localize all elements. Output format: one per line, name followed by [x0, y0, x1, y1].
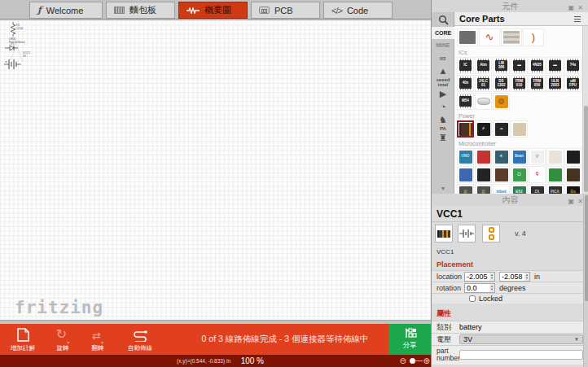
pcb-view-icon[interactable] [482, 225, 500, 242]
spin-arrows[interactable]: ▲▼ [524, 273, 529, 281]
bin-tab-core[interactable]: CORE [432, 27, 454, 39]
tab-code[interactable]: </> Code [323, 2, 393, 19]
part-striped-board-1[interactable]: ||| [457, 184, 474, 194]
part-zx[interactable]: ZX [529, 184, 546, 194]
part-nano[interactable] [457, 166, 474, 183]
bin-scrollbar-thumb[interactable] [584, 106, 588, 192]
part-mystery[interactable] [457, 28, 478, 46]
part-atmel[interactable]: Atm [475, 57, 492, 74]
rotation-spinbox[interactable]: ▲▼ [464, 283, 495, 293]
part-coin-cell[interactable] [511, 120, 528, 138]
part-ic[interactable]: IC [457, 57, 474, 74]
bin-tab-sparkfun[interactable]: ▲ [432, 64, 454, 77]
part-uln2003[interactable]: ULN 2003 [546, 75, 564, 92]
bin-menu-icon[interactable] [574, 16, 581, 22]
part-m54[interactable]: M54 [457, 93, 474, 110]
part-ruler[interactable] [501, 28, 522, 46]
zoom-in-icon[interactable]: ⊕ [423, 356, 430, 365]
spin-arrows[interactable]: ▲▼ [489, 284, 494, 292]
schematic-circuit[interactable]: R1 220Ω LED1 Red (633nm) VCC1 3V [3, 21, 41, 75]
part-dark-board[interactable] [475, 166, 492, 183]
part-umfpu[interactable]: uM FPU [564, 75, 581, 92]
tab-welcome[interactable]: ƒ Welcome [29, 2, 103, 19]
part-battery-9v[interactable]: ⚡ [475, 120, 492, 138]
family-row: 類別 battery [432, 321, 588, 333]
inspector-scrollbar-thumb[interactable] [585, 195, 588, 301]
part-go[interactable]: Go [564, 184, 581, 194]
rotation-input[interactable] [465, 284, 489, 292]
part-24lc01[interactable]: 24LC 01 [475, 75, 492, 92]
location-y-spinbox[interactable]: ▲▼ [499, 272, 530, 282]
part-black-board[interactable] [564, 148, 581, 165]
dock-float-icon[interactable]: ▣ [568, 195, 574, 208]
bin-tab-brand-circle[interactable]: ◔ [432, 100, 454, 113]
voltage-dropdown[interactable]: 3V ▼ [459, 334, 583, 344]
part-fram050[interactable]: FRM 050 [529, 75, 546, 92]
part-sparkcore[interactable]: ✳ [493, 148, 510, 165]
part-pinoccio[interactable]: ツ [529, 148, 546, 165]
part-wire[interactable]: ∿ [479, 28, 500, 46]
dock-close-icon[interactable]: ✕ [577, 195, 583, 208]
bin-tab-brand-play[interactable]: ▶ [432, 87, 454, 100]
bin-tab-mine[interactable]: MINE [432, 39, 454, 51]
zoom-out-icon[interactable]: ⊖ [400, 356, 406, 365]
part-battery-pack[interactable]: ☁ [493, 120, 510, 138]
right-dock-panel: 元件 ▣ ✕ COREMINE∞▲seeedintel▶◔♞PA♜ ▾ Core… [431, 0, 588, 367]
bin-tab-search[interactable] [432, 12, 454, 27]
part-lm386[interactable]: LM 386 [493, 57, 510, 74]
zoom-slider-handle[interactable] [410, 358, 415, 364]
part-74x[interactable]: 74x [564, 57, 581, 74]
part-esp-board[interactable] [564, 166, 581, 183]
part-green-board[interactable] [546, 166, 564, 183]
part-bendable-wire[interactable]: ) [523, 28, 544, 46]
part-arduino-uno[interactable]: UNO [457, 148, 474, 165]
schematic-view-icon[interactable] [458, 225, 476, 242]
part-brown-board[interactable] [493, 166, 510, 183]
part-mbed[interactable]: mbed [493, 184, 510, 194]
bin-tab-brand-animal[interactable]: ♞ [432, 113, 454, 126]
bin-tab-arduino[interactable]: ∞ [432, 51, 454, 64]
share-label: 分享 [403, 341, 417, 351]
part-redboard[interactable] [475, 148, 492, 165]
zoom-slider-track[interactable] [415, 360, 423, 361]
part-perfboard[interactable] [546, 148, 564, 165]
rotate-button[interactable]: ↻▾ 旋轉 [46, 327, 79, 352]
part-ds1302[interactable]: DS 1302 [493, 75, 510, 92]
part-soic[interactable]: ▬ [511, 57, 528, 74]
spin-arrows[interactable]: ▲▼ [489, 273, 494, 281]
part-q-board[interactable]: Q [529, 166, 546, 183]
autoroute-button[interactable]: 自動佈線 [121, 327, 160, 352]
part-40x[interactable]: 40x [457, 75, 474, 92]
part-pica[interactable]: PICA [546, 184, 564, 194]
share-button[interactable]: 分享 [388, 324, 431, 355]
part-striped-board-2[interactable]: ||| [475, 184, 492, 194]
part-crystal[interactable] [475, 93, 492, 110]
rotate-label: 旋轉 [46, 344, 79, 352]
part-battery-aa[interactable] [457, 120, 474, 138]
tab-schematic[interactable]: 概要圖 [178, 2, 248, 19]
add-note-button[interactable]: 增加註解 [6, 327, 40, 352]
breadboard-view-icon[interactable] [435, 225, 453, 242]
part-smt[interactable]: ▬ [546, 57, 564, 74]
bin-scrollbar[interactable] [582, 26, 588, 194]
part-bean[interactable]: Bean [511, 148, 528, 165]
bin-tab-brand-bull[interactable]: ♜ [432, 131, 454, 144]
locked-checkbox[interactable] [469, 295, 476, 302]
part-4n35[interactable]: 4N35 [529, 57, 546, 74]
inspector-scrollbar[interactable] [583, 194, 588, 367]
part-fram010[interactable]: FRM 010 [511, 75, 528, 92]
bin-nav-scroll-down-icon[interactable]: ▾ [432, 185, 454, 192]
zoom-level: 100 % [241, 356, 264, 365]
part-trimpot[interactable] [493, 93, 510, 110]
part-views-row: v. 4 [435, 225, 588, 246]
part-bs2[interactable]: BS2 [511, 184, 528, 194]
schematic-canvas[interactable]: R1 220Ω LED1 Red (633nm) VCC1 3V [0, 20, 431, 320]
part-number-input[interactable] [459, 350, 583, 360]
part-green-module[interactable]: ▢ [511, 166, 528, 183]
location-y-input[interactable] [500, 273, 524, 281]
tab-pcb[interactable]: PCB [251, 2, 320, 19]
location-x-input[interactable] [465, 273, 489, 281]
flip-button[interactable]: ⇄▾ 翻轉 [81, 327, 114, 352]
tab-breadboard[interactable]: 麵包板 [106, 2, 175, 19]
location-x-spinbox[interactable]: ▲▼ [464, 272, 495, 282]
